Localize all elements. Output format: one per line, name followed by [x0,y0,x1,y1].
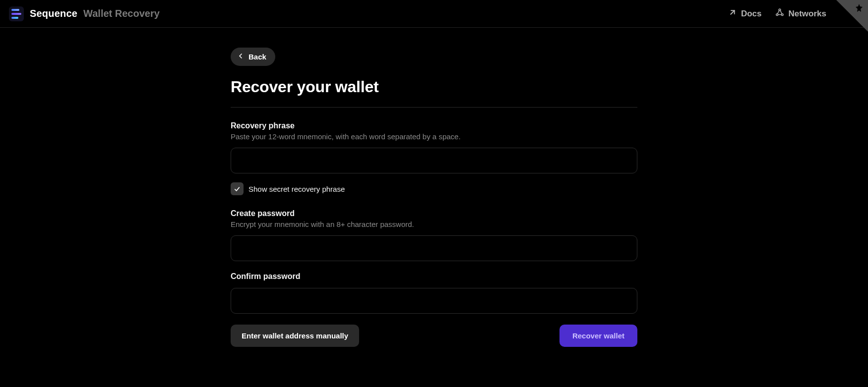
network-icon [775,8,784,19]
header-actions: Docs Networks [728,8,826,19]
chevron-left-icon [237,52,245,61]
show-phrase-label: Show secret recovery phrase [248,185,345,193]
corner-icon [853,3,865,15]
logo-icon [9,6,24,21]
confirm-password-input[interactable] [231,288,637,314]
recovery-phrase-desc: Paste your 12-word mnemonic, with each w… [231,132,637,141]
recovery-phrase-section: Recovery phrase Paste your 12-word mnemo… [231,121,637,195]
confirm-password-section: Confirm password [231,272,637,314]
confirm-password-label: Confirm password [231,272,637,281]
networks-link-label: Networks [788,9,826,19]
create-password-label: Create password [231,209,637,218]
back-button[interactable]: Back [231,48,275,66]
docs-link[interactable]: Docs [728,8,762,19]
recover-wallet-button[interactable]: Recover wallet [559,325,637,347]
recovery-phrase-label: Recovery phrase [231,121,637,130]
brand-name: Sequence [30,8,77,19]
corner-fold [836,0,868,32]
brand: Sequence Wallet Recovery [9,6,160,21]
create-password-desc: Encrypt your mnemonic with an 8+ charact… [231,220,637,228]
networks-link[interactable]: Networks [775,8,826,19]
check-icon [233,185,241,193]
footer-actions: Enter wallet address manually Recover wa… [231,325,637,347]
back-button-label: Back [248,53,266,61]
page-title: Recover your wallet [231,78,637,96]
create-password-input[interactable] [231,235,637,261]
show-phrase-row: Show secret recovery phrase [231,182,637,195]
page-content: Back Recover your wallet Recovery phrase… [231,48,637,367]
external-link-icon [728,8,737,19]
enter-manual-button[interactable]: Enter wallet address manually [231,325,359,347]
brand-subtitle: Wallet Recovery [83,8,160,19]
recovery-phrase-input[interactable] [231,148,637,173]
show-phrase-checkbox[interactable] [231,182,244,195]
create-password-section: Create password Encrypt your mnemonic wi… [231,209,637,261]
divider [231,107,637,108]
app-header: Sequence Wallet Recovery Docs Networks [0,0,868,28]
docs-link-label: Docs [741,9,762,19]
